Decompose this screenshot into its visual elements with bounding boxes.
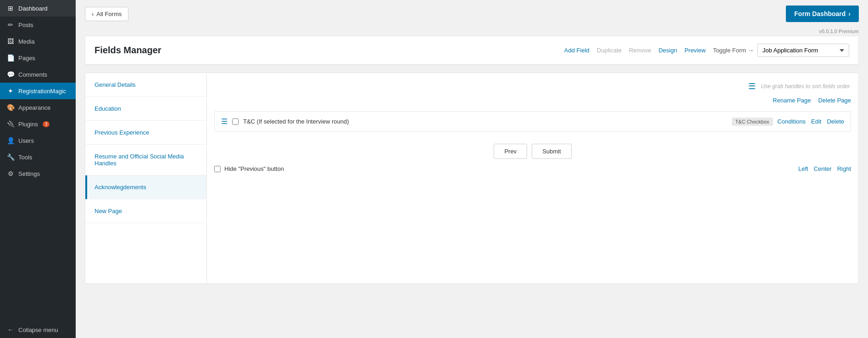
- page-item-resume[interactable]: Resume and Official Social Media Handles: [85, 145, 206, 175]
- hide-prev-row: Hide "Previous" button Left Center Right: [214, 163, 851, 175]
- users-icon: 👤: [6, 137, 15, 144]
- sidebar-item-settings[interactable]: ⚙ Settings: [0, 165, 76, 182]
- sidebar-label-comments: Comments: [18, 71, 47, 78]
- field-actions: Conditions Edit Delete: [778, 118, 844, 125]
- hide-prev-label: Hide "Previous" button: [224, 165, 284, 172]
- design-action[interactable]: Design: [658, 47, 677, 54]
- sidebar-item-registrationmagic[interactable]: ✦ RegistrationMagic: [0, 83, 76, 99]
- posts-icon: ✏: [6, 21, 15, 28]
- chevron-right-icon: ›: [848, 10, 851, 17]
- left-panel: General DetailsEducationPrevious Experie…: [85, 73, 207, 283]
- sidebar-label-tools: Tools: [18, 154, 32, 161]
- page-actions: Rename Page Delete Page: [214, 93, 851, 111]
- sidebar-item-pages[interactable]: 📄 Pages: [0, 50, 76, 66]
- sidebar-item-posts[interactable]: ✏ Posts: [0, 17, 76, 33]
- preview-action[interactable]: Preview: [684, 47, 706, 54]
- field-label: T&C (If selected for the Interview round…: [243, 118, 727, 125]
- sidebar-item-media[interactable]: 🖼 Media: [0, 33, 76, 50]
- sidebar-item-plugins[interactable]: 🔌 Plugins3: [0, 116, 76, 132]
- page-item-acknowledgements[interactable]: Acknowlegdements: [85, 175, 206, 199]
- version-text: v5.0.1.0 Premium: [76, 28, 868, 36]
- sidebar-item-appearance[interactable]: 🎨 Appearance: [0, 99, 76, 116]
- sort-icon[interactable]: ☰: [748, 81, 756, 91]
- field-checkbox[interactable]: [232, 118, 239, 125]
- form-select[interactable]: Job Application Form: [757, 44, 849, 57]
- sidebar-item-collapse[interactable]: ← Collapse menu: [0, 321, 76, 338]
- submit-button[interactable]: Submit: [532, 144, 571, 159]
- sort-hint: Use grab handles to sort fields order.: [761, 83, 851, 90]
- card-header: Fields Manager Add Field Duplicate Remov…: [85, 36, 858, 65]
- delete-action[interactable]: Delete: [827, 118, 844, 125]
- sidebar-label-registrationmagic: RegistrationMagic: [18, 88, 66, 95]
- sidebar-label-dashboard: Dashboard: [18, 5, 48, 12]
- align-right[interactable]: Right: [837, 165, 851, 172]
- collapse-icon: ←: [6, 326, 15, 333]
- all-forms-button[interactable]: ‹ All Forms: [85, 7, 128, 21]
- appearance-icon: 🎨: [6, 104, 15, 111]
- sidebar-item-tools[interactable]: 🔧 Tools: [0, 149, 76, 165]
- sidebar-label-settings: Settings: [18, 170, 40, 177]
- edit-action[interactable]: Edit: [811, 118, 821, 125]
- media-icon: 🖼: [6, 38, 15, 45]
- duplicate-action: Duplicate: [597, 47, 622, 54]
- sidebar-label-users: Users: [18, 137, 34, 144]
- sidebar: ⊞ Dashboard✏ Posts🖼 Media📄 Pages💬 Commen…: [0, 0, 76, 338]
- prev-button[interactable]: Prev: [494, 144, 527, 159]
- field-type-badge: T&C Checkbox: [732, 118, 773, 126]
- dashboard-icon: ⊞: [6, 5, 15, 12]
- collapse-label: Collapse menu: [18, 327, 58, 333]
- hide-prev-checkbox[interactable]: [214, 166, 221, 172]
- form-dashboard-label: Form Dashboard: [794, 10, 846, 17]
- sidebar-label-pages: Pages: [18, 55, 35, 62]
- all-forms-label: All Forms: [96, 11, 122, 17]
- page-item-previous_exp[interactable]: Previous Experience: [85, 121, 206, 145]
- back-arrow-icon: ‹: [92, 11, 94, 17]
- fields-manager-card: Fields Manager Add Field Duplicate Remov…: [85, 36, 859, 65]
- drag-handle-icon[interactable]: ☰: [221, 117, 228, 126]
- delete-page-link[interactable]: Delete Page: [818, 97, 851, 104]
- fields-manager-title: Fields Manager: [95, 45, 161, 56]
- content-area: Fields Manager Add Field Duplicate Remov…: [76, 36, 868, 338]
- page-item-general[interactable]: General Details: [85, 73, 206, 97]
- pages-icon: 📄: [6, 54, 15, 62]
- sidebar-item-comments[interactable]: 💬 Comments: [0, 66, 76, 83]
- add-field-action[interactable]: Add Field: [564, 47, 590, 54]
- settings-icon: ⚙: [6, 170, 15, 177]
- rename-page-link[interactable]: Rename Page: [773, 97, 811, 104]
- remove-action: Remove: [629, 47, 651, 54]
- form-dashboard-button[interactable]: Form Dashboard ›: [786, 6, 859, 22]
- conditions-action[interactable]: Conditions: [778, 118, 806, 125]
- two-panel-layout: General DetailsEducationPrevious Experie…: [85, 73, 859, 284]
- page-item-new_page[interactable]: New Page: [85, 199, 206, 223]
- sidebar-label-plugins: Plugins: [18, 121, 38, 128]
- sidebar-item-users[interactable]: 👤 Users: [0, 132, 76, 149]
- toolbar: Add Field Duplicate Remove Design Previe…: [564, 44, 849, 57]
- align-left[interactable]: Left: [798, 165, 808, 172]
- registrationmagic-icon: ✦: [6, 87, 15, 95]
- main-content: ‹ All Forms Form Dashboard › v5.0.1.0 Pr…: [76, 0, 868, 338]
- align-options: Left Center Right: [798, 165, 851, 172]
- right-panel-top: ☰ Use grab handles to sort fields order.: [214, 78, 851, 93]
- sidebar-label-media: Media: [18, 38, 34, 45]
- toggle-form-label: Toggle Form →: [713, 47, 754, 54]
- badge-plugins: 3: [43, 121, 50, 127]
- sidebar-label-posts: Posts: [18, 22, 33, 28]
- comments-icon: 💬: [6, 71, 15, 78]
- toggle-form-area: Toggle Form → Job Application Form: [713, 44, 849, 57]
- tools-icon: 🔧: [6, 153, 15, 161]
- field-row: ☰ T&C (If selected for the Interview rou…: [214, 111, 851, 132]
- align-center[interactable]: Center: [814, 165, 832, 172]
- nav-submit-area: Prev Submit: [214, 136, 851, 163]
- right-panel: ☰ Use grab handles to sort fields order.…: [207, 73, 858, 283]
- plugins-icon: 🔌: [6, 120, 15, 128]
- topbar: ‹ All Forms Form Dashboard ›: [76, 0, 868, 28]
- sidebar-label-appearance: Appearance: [18, 104, 50, 111]
- page-item-education[interactable]: Education: [85, 97, 206, 121]
- sidebar-item-dashboard[interactable]: ⊞ Dashboard: [0, 0, 76, 17]
